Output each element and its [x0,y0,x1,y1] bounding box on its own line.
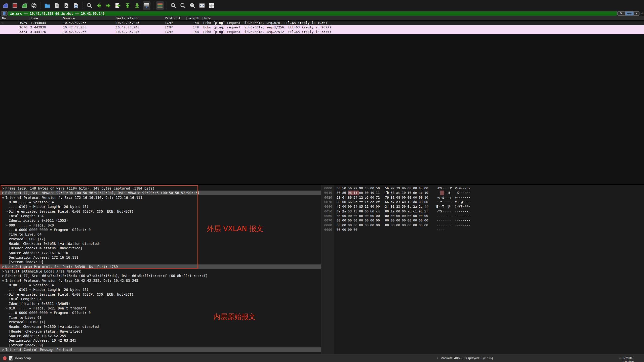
hex-ascii-char[interactable]: · [438,228,440,232]
filter-apply-button[interactable] [625,11,634,16]
hex-byte[interactable]: 6e [413,191,419,195]
hex-byte[interactable]: 40 [402,200,407,204]
hex-byte[interactable]: 10 [402,191,407,195]
hex-ascii-char[interactable]: · [446,186,448,191]
hex-ascii-char[interactable]: · [442,214,444,218]
detail-line[interactable]: [Header checksum status: Unverified] [0,329,321,334]
hex-byte[interactable]: 79 [385,195,390,200]
hex-byte[interactable]: 1c [365,200,370,204]
hex-byte[interactable]: 00 [342,200,348,204]
hex-ascii-char[interactable]: f [455,200,457,204]
hex-byte[interactable]: 45 [419,186,424,191]
hex-ascii-char[interactable]: X [457,191,459,195]
capture-comment-icon[interactable] [9,356,13,360]
hex-ascii-char[interactable]: · [457,200,459,204]
expand-arrow-icon[interactable]: > [2,264,4,269]
hex-ascii-char[interactable]: · [446,195,448,200]
hex-byte[interactable]: 00 [413,195,419,200]
hex-byte[interactable]: 00 [342,204,348,209]
hex-ascii-char[interactable]: · [469,218,471,223]
hex-ascii-char[interactable]: P [438,186,440,191]
hex-byte[interactable]: 00 [424,214,430,218]
hex-byte[interactable]: 92 [353,186,359,191]
hex-byte[interactable]: 50 [376,186,381,191]
hex-byte[interactable]: 00 [365,218,370,223]
hex-ascii-char[interactable]: # [459,204,461,209]
hex-ascii-char[interactable]: · [467,214,469,218]
pane-divider-vertical[interactable] [321,185,322,354]
hex-ascii-char[interactable]: @ [461,200,463,204]
hex-ascii-char[interactable]: * [467,204,469,209]
hex-byte[interactable]: 08 [408,186,413,191]
hex-byte[interactable]: 00 [348,218,353,223]
go-last-button[interactable] [133,1,141,10]
hex-ascii-char[interactable]: · [448,186,450,191]
hex-ascii-char[interactable]: · [463,204,465,209]
hex-byte[interactable]: 00 [353,228,359,232]
hex-ascii-char[interactable]: · [446,214,448,218]
find-packet-button[interactable] [86,1,93,10]
column-header-no[interactable]: No. [2,16,27,20]
hex-ascii-char[interactable]: · [444,218,446,223]
detail-line[interactable]: ...0 0000 0000 0000 = Fragment Offset: 0 [0,310,321,315]
hex-ascii-char[interactable]: · [459,200,461,204]
detail-line[interactable]: >Ethernet II, Src: VMware_92:39:9b (00:5… [0,191,321,195]
column-header-length[interactable]: Length [187,16,200,20]
detail-line[interactable]: >010. .... = Flags: 0x2, Don't fragment [0,306,321,310]
hex-row[interactable]: 00000050569290c500505692399b08004500·PV·… [322,186,644,191]
hex-ascii-char[interactable]: · [461,186,463,191]
hex-ascii-char[interactable]: · [440,204,442,209]
zoom-out-button[interactable] [179,1,187,10]
hex-ascii-char[interactable]: · [446,223,448,228]
hex-ascii-char[interactable]: · [457,218,459,223]
expand-arrow-icon[interactable]: > [6,292,8,297]
save-file-button[interactable] [53,1,61,10]
hex-byte[interactable]: 00 [402,214,407,218]
hex-ascii-char[interactable]: · [436,186,438,191]
detail-line[interactable]: .... 0101 = Header Length: 20 bytes (5) [0,287,321,292]
hex-byte[interactable]: 5f [424,209,430,214]
zoom-in-button[interactable] [170,1,177,10]
hex-ascii-char[interactable]: · [450,200,452,204]
hex-byte[interactable]: 6f [342,195,348,200]
hex-ascii-char[interactable]: · [459,209,461,214]
hex-ascii-char[interactable]: · [436,214,438,218]
hex-ascii-char[interactable]: · [459,223,461,228]
detail-line[interactable]: >Differentiated Services Field: 0x00 (DS… [0,209,321,214]
hex-ascii-char[interactable]: * [465,204,467,209]
hex-ascii-char[interactable]: · [440,228,442,232]
hex-byte[interactable]: 00 [385,209,390,214]
detail-line[interactable]: Source Address: 172.16.16.110 [0,251,321,255]
expand-arrow-icon[interactable]: > [2,186,4,191]
hex-ascii-char[interactable]: · [457,195,459,200]
hex-row[interactable]: 008000000000000000000000000000000000····… [322,223,644,228]
hex-ascii-char[interactable]: · [459,218,461,223]
hex-byte[interactable]: c4 [376,209,381,214]
hex-ascii-char[interactable]: · [463,209,465,214]
hex-byte[interactable]: 00 [419,218,424,223]
hex-ascii-char[interactable]: · [446,209,448,214]
hex-ascii-char[interactable]: · [448,214,450,218]
add-filter-button[interactable]: + [640,11,644,16]
hex-ascii-char[interactable]: · [448,200,450,204]
hex-byte[interactable]: 08 [359,209,365,214]
hex-byte[interactable]: 2a [413,204,419,209]
detail-line[interactable]: Header Checksum: 0x2350 [validation disa… [0,324,321,329]
hex-byte[interactable]: 00 [402,218,407,223]
hex-ascii-char[interactable]: · [461,214,463,218]
hex-ascii-char[interactable]: · [467,223,469,228]
hex-ascii-char[interactable]: · [440,191,442,195]
hex-ascii-char[interactable]: · [455,223,457,228]
detail-line[interactable]: .... 0101 = Header Length: 20 bytes (5) [0,204,321,209]
hex-byte[interactable]: 00 [353,218,359,223]
detail-line[interactable]: [Header checksum status: Unverified] [0,246,321,250]
hex-byte[interactable]: 90 [359,186,365,191]
hex-ascii-char[interactable]: · [459,195,461,200]
hex-ascii-char[interactable]: · [469,195,471,200]
hex-ascii-char[interactable]: · [438,204,440,209]
hex-ascii-char[interactable]: · [446,218,448,223]
hex-ascii-char[interactable]: · [440,218,442,223]
hex-ascii-char[interactable]: · [457,209,459,214]
hex-byte[interactable]: ab [408,209,413,214]
hex-ascii-char[interactable]: · [442,218,444,223]
